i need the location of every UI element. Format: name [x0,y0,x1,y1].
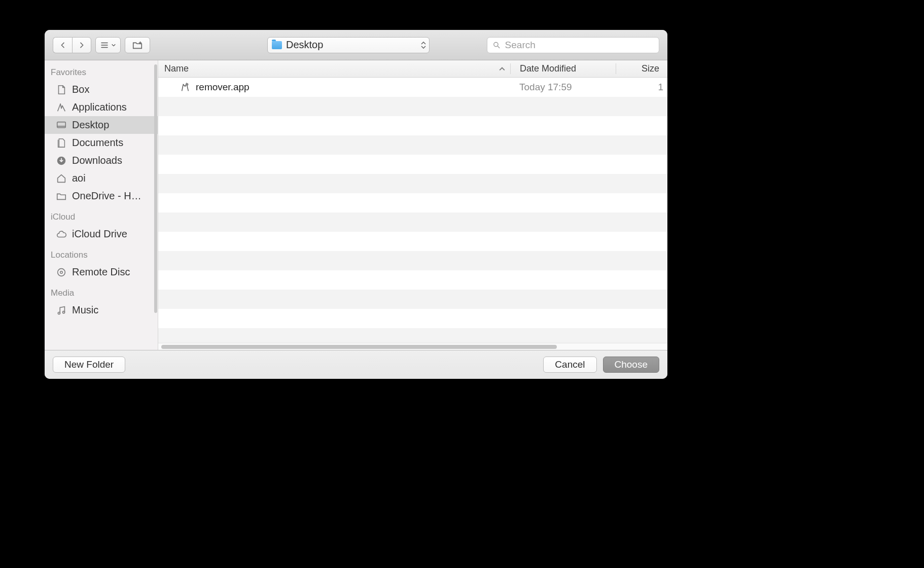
column-header-date[interactable]: Date Modified [510,63,616,74]
sidebar-item-downloads[interactable]: Downloads [45,152,158,169]
group-button[interactable] [125,37,150,53]
search-icon [492,41,501,50]
svg-point-14 [186,83,189,86]
search-input[interactable] [505,40,654,51]
sidebar-item-label: OneDrive - H… [72,190,141,202]
disc-icon [56,267,67,278]
horizontal-scrollbar-thumb[interactable] [161,345,557,349]
sidebar-item-label: Downloads [72,155,122,166]
sidebar-item-applications[interactable]: Applications [45,98,158,116]
sidebar-item-documents[interactable]: Documents [45,134,158,152]
svg-point-10 [58,268,65,276]
chevron-left-icon [59,41,67,49]
empty-row [158,116,667,135]
choose-button[interactable]: Choose [603,357,660,373]
list-view-icon [100,41,109,50]
folder-icon [56,191,67,202]
body: FavoritesBoxApplicationsDesktopDocuments… [45,60,667,350]
forward-button[interactable] [72,37,91,53]
sidebar-item-label: Remote Disc [72,266,130,278]
column-header-name[interactable]: Name [158,63,510,74]
sidebar-section-title: Locations [45,243,158,263]
docs-icon [56,137,67,149]
empty-row [158,212,667,232]
folder-icon [272,41,282,49]
sidebar-item-music[interactable]: Music [45,301,158,319]
downloads-icon [56,155,67,166]
sidebar-section-title: iCloud [45,205,158,225]
file-row[interactable]: remover.appToday 17:591 [158,78,667,97]
sidebar-item-label: Documents [72,137,123,149]
empty-row [158,135,667,155]
chevron-right-icon [78,41,86,49]
file-rows: remover.appToday 17:591 [158,78,667,343]
sidebar-item-label: Music [72,304,98,316]
sidebar-item-remote-disc[interactable]: Remote Disc [45,263,158,281]
file-list-area: Name Date Modified Size remover.appToday… [158,60,667,350]
chevron-down-icon [111,43,116,48]
file-name: remover.app [196,82,250,93]
empty-row [158,193,667,212]
empty-row [158,155,667,174]
desktop-icon [56,120,67,131]
svg-point-11 [60,271,63,273]
sidebar-item-aoi[interactable]: aoi [45,169,158,187]
updown-caret-icon [421,42,426,49]
svg-point-5 [494,42,498,46]
sidebar-section-title: Favorites [45,60,158,81]
empty-row [158,174,667,193]
path-label: Desktop [286,39,323,51]
empty-row [158,309,667,328]
sidebar-item-label: Applications [72,101,127,113]
empty-row [158,270,667,290]
svg-line-6 [497,46,499,48]
empty-row [158,328,667,343]
sidebar-item-icloud-drive[interactable]: iCloud Drive [45,225,158,243]
empty-row [158,290,667,309]
column-name-label: Name [164,63,189,74]
sidebar-item-label: Box [72,84,89,95]
nav-group [53,37,91,53]
view-mode-button[interactable] [95,37,121,53]
cancel-button[interactable]: Cancel [543,357,596,373]
sort-ascending-icon [499,65,505,73]
open-panel: Desktop FavoritesBoxApplicationsDesktopD… [45,30,667,379]
search-field[interactable] [487,37,659,53]
sidebar-item-onedrive-h-[interactable]: OneDrive - H… [45,187,158,205]
cloud-icon [56,229,67,240]
file-size: 1 [616,82,667,93]
empty-row [158,232,667,251]
new-folder-button[interactable]: New Folder [53,357,125,373]
sidebar-item-box[interactable]: Box [45,81,158,98]
home-icon [56,173,67,184]
music-icon [56,305,67,316]
doc-icon [56,84,67,95]
svg-point-12 [58,312,60,314]
sidebar-item-desktop[interactable]: Desktop [45,116,158,134]
back-button[interactable] [53,37,72,53]
sidebar-item-label: iCloud Drive [72,228,127,240]
sidebar-scrollbar[interactable] [154,64,157,313]
horizontal-scrollbar-track[interactable] [158,343,667,350]
toolbar: Desktop [45,30,667,60]
svg-point-13 [63,311,65,313]
sidebar-item-label: aoi [72,172,86,184]
sidebar: FavoritesBoxApplicationsDesktopDocuments… [45,60,158,350]
folder-plus-icon [132,40,143,51]
sidebar-item-label: Desktop [72,119,109,131]
empty-row [158,251,667,270]
file-date: Today 17:59 [510,82,616,93]
column-headers: Name Date Modified Size [158,60,667,78]
column-header-size[interactable]: Size [616,63,667,74]
sidebar-section-title: Media [45,281,158,301]
app-icon [180,82,191,93]
path-dropdown[interactable]: Desktop [267,37,430,53]
empty-row [158,97,667,116]
apps-icon [56,102,67,113]
footer: New Folder Cancel Choose [45,350,667,379]
svg-rect-7 [57,122,66,127]
